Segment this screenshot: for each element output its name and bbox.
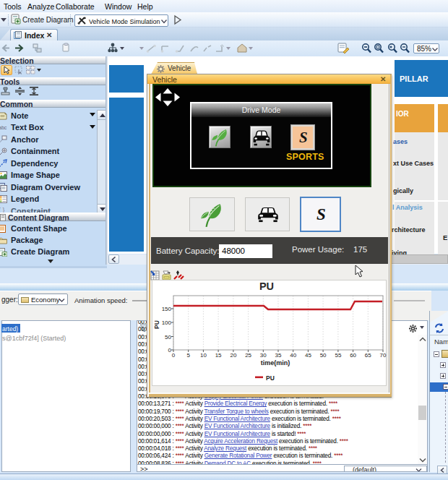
svg-text:50: 50	[165, 334, 171, 340]
svg-text:time(min): time(min)	[261, 359, 290, 367]
svg-text:70: 70	[380, 352, 387, 359]
svg-text:PU: PU	[153, 320, 160, 329]
svg-text:30: 30	[260, 352, 267, 359]
svg-text:65: 65	[365, 352, 371, 359]
svg-text:150: 150	[162, 306, 172, 312]
svg-text:55: 55	[335, 352, 341, 359]
svg-text:5: 5	[186, 352, 190, 359]
svg-text:10: 10	[200, 352, 207, 359]
svg-text:60: 60	[350, 352, 356, 359]
svg-text:50: 50	[320, 352, 327, 359]
svg-text:0: 0	[172, 352, 176, 359]
svg-text:20: 20	[230, 352, 236, 359]
svg-text:40: 40	[290, 352, 296, 359]
svg-text:35: 35	[275, 352, 282, 359]
svg-text:25: 25	[245, 352, 251, 359]
svg-text:15: 15	[215, 352, 222, 359]
svg-text:100: 100	[162, 320, 172, 326]
svg-text:45: 45	[305, 352, 311, 359]
svg-text:PU: PU	[266, 374, 275, 382]
